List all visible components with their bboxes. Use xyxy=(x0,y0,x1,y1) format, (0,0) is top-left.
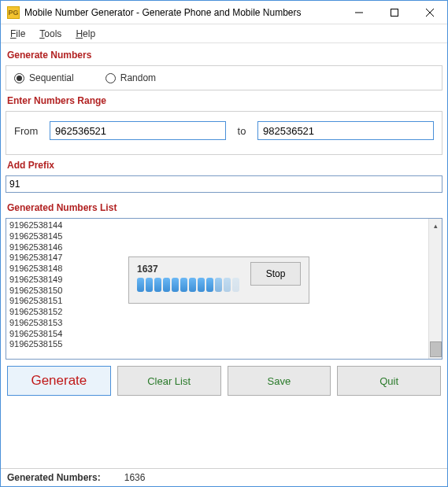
window-title: Mobile Number Generator - Generate Phone… xyxy=(24,7,341,18)
status-bar: Generated Numbers: 1636 xyxy=(1,468,447,486)
save-button[interactable]: Save xyxy=(228,366,331,396)
svg-rect-1 xyxy=(391,9,398,16)
clear-list-button[interactable]: Clear List xyxy=(117,366,221,396)
list-scrollbar[interactable]: ▴ xyxy=(428,219,442,359)
window-controls xyxy=(341,1,447,24)
maximize-icon xyxy=(391,9,398,17)
random-label: Random xyxy=(120,72,156,83)
menu-tools[interactable]: Tools xyxy=(39,28,61,39)
progress-segment xyxy=(189,278,196,292)
list-item[interactable]: 91962538153 xyxy=(9,318,425,329)
progress-segment xyxy=(224,278,231,292)
range-section: From to xyxy=(6,111,442,155)
mode-radio-group: Sequential Random xyxy=(14,72,434,83)
radio-icon xyxy=(14,73,24,83)
progress-bar xyxy=(137,278,239,292)
minimize-button[interactable] xyxy=(341,1,376,24)
list-item[interactable]: 91962538155 xyxy=(9,339,425,350)
progress-segment xyxy=(146,278,153,292)
progress-segment xyxy=(172,278,179,292)
progress-segment xyxy=(206,278,213,292)
range-row: From to xyxy=(14,121,434,140)
generate-numbers-section: Sequential Random xyxy=(6,65,442,90)
status-label: Generated Numbers: xyxy=(7,472,101,483)
maximize-button[interactable] xyxy=(376,1,412,24)
generate-numbers-header: Generate Numbers xyxy=(6,46,442,64)
close-icon xyxy=(426,9,434,17)
status-count: 1636 xyxy=(124,472,146,483)
titlebar: PG Mobile Number Generator - Generate Ph… xyxy=(1,1,447,24)
progress-segment xyxy=(198,278,205,292)
action-buttons: Generate Clear List Save Quit xyxy=(6,361,442,400)
progress-segment xyxy=(137,278,144,292)
list-item[interactable]: 91962538144 xyxy=(9,220,425,231)
progress-top-row: 1637 xyxy=(137,262,301,292)
content-area: Generate Numbers Sequential Random Enter… xyxy=(1,43,447,468)
list-item[interactable]: 91962538146 xyxy=(9,242,425,253)
list-item[interactable]: 91962538152 xyxy=(9,307,425,318)
progress-count: 1637 xyxy=(137,262,239,276)
generated-list-header: Generated Numbers List xyxy=(6,199,442,216)
progress-segment xyxy=(163,278,170,292)
list-item[interactable]: 91962538154 xyxy=(9,329,425,340)
progress-left: 1637 xyxy=(137,262,239,292)
from-input[interactable] xyxy=(50,121,226,140)
menu-file[interactable]: File xyxy=(10,28,25,39)
generate-button[interactable]: Generate xyxy=(7,366,111,396)
main-window: PG Mobile Number Generator - Generate Ph… xyxy=(0,0,448,487)
list-item[interactable]: 91962538145 xyxy=(9,231,425,242)
menubar: File Tools Help xyxy=(1,24,447,43)
progress-segment xyxy=(232,278,239,292)
radio-icon xyxy=(106,73,116,83)
scroll-up-icon: ▴ xyxy=(429,219,442,232)
random-radio[interactable]: Random xyxy=(106,72,156,83)
to-input[interactable] xyxy=(257,121,434,140)
progress-segment xyxy=(154,278,161,292)
progress-segment xyxy=(180,278,187,292)
menu-help[interactable]: Help xyxy=(76,28,95,39)
to-label: to xyxy=(234,125,250,137)
sequential-radio[interactable]: Sequential xyxy=(14,72,74,83)
generated-list: 9196253814491962538145919625381469196253… xyxy=(6,218,442,360)
close-button[interactable] xyxy=(412,1,447,24)
from-label: From xyxy=(14,125,42,137)
minimize-icon xyxy=(355,9,363,17)
stop-button[interactable]: Stop xyxy=(250,262,301,286)
progress-dialog: 1637 xyxy=(128,256,309,304)
sequential-label: Sequential xyxy=(29,72,74,83)
app-icon: PG xyxy=(7,6,20,19)
scroll-thumb[interactable] xyxy=(430,341,442,357)
range-header: Enter Numbers Range xyxy=(6,92,442,109)
prefix-input[interactable] xyxy=(6,175,442,193)
prefix-header: Add Prefix xyxy=(6,157,442,174)
quit-button[interactable]: Quit xyxy=(337,366,441,396)
progress-segment xyxy=(215,278,222,292)
